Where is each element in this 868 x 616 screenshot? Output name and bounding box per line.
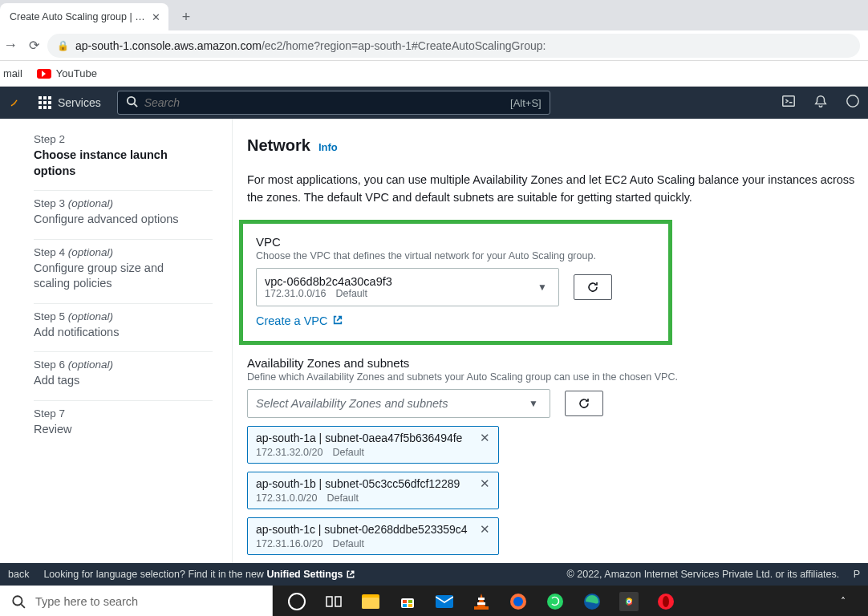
remove-subnet-icon[interactable]: ✕ <box>478 522 492 537</box>
url-host: ap-south-1.console.aws.amazon.com <box>75 39 262 52</box>
browser-tab[interactable]: Create Auto Scaling group | EC2 | ✕ <box>0 3 168 30</box>
aws-search-input[interactable] <box>138 96 510 109</box>
az-select[interactable]: Select Availability Zones and subnets ▼ <box>247 389 550 418</box>
wizard-step[interactable]: Step 7Review <box>34 401 213 449</box>
step-number: Step 7 <box>34 407 197 419</box>
address-bar[interactable]: 🔒 ap-south-1.console.aws.amazon.com/ec2/… <box>47 34 860 58</box>
svg-point-21 <box>547 594 563 610</box>
mail-icon[interactable] <box>435 592 454 611</box>
svg-rect-16 <box>474 606 489 610</box>
edge-icon[interactable] <box>582 592 602 611</box>
close-tab-icon[interactable]: ✕ <box>152 11 160 23</box>
tray-chevron-icon[interactable]: ˄ <box>841 596 846 607</box>
remove-subnet-icon[interactable]: ✕ <box>478 476 492 491</box>
svg-point-3 <box>847 95 858 107</box>
opera-icon[interactable] <box>656 592 675 611</box>
vpc-label: VPC <box>256 235 655 249</box>
info-link[interactable]: Info <box>318 141 338 153</box>
cloudshell-icon[interactable] <box>781 94 796 111</box>
svg-point-27 <box>628 601 631 603</box>
subnet-chip: ap-south-1b | subnet-05c3cc56dfcf12289✕1… <box>247 472 499 509</box>
search-icon <box>11 594 26 609</box>
whatsapp-icon[interactable] <box>546 592 565 611</box>
aws-search[interactable]: [Alt+S] <box>117 91 550 115</box>
task-view-icon[interactable] <box>324 592 343 611</box>
section-lead: For most applications, you can use multi… <box>247 171 868 207</box>
svg-line-1 <box>134 103 137 107</box>
step-title: Add tags <box>34 373 197 389</box>
svg-rect-15 <box>436 595 453 608</box>
svg-rect-6 <box>327 597 332 606</box>
wizard-steps: Step 2Choose instance launch optionsStep… <box>0 119 233 563</box>
aws-logo[interactable]: ⟋ <box>0 87 29 119</box>
new-tab-button[interactable]: + <box>175 6 197 28</box>
bookmark-youtube[interactable]: YouTube <box>37 67 97 79</box>
browser-tabbar: Create Auto Scaling group | EC2 | ✕ + <box>0 0 868 30</box>
subnet-title: ap-south-1b | subnet-05c3cc56dfcf12289 <box>256 477 460 490</box>
svg-rect-13 <box>403 604 407 607</box>
vpc-desc: Choose the VPC that defines the virtual … <box>256 250 655 261</box>
external-link-icon <box>332 314 343 328</box>
svg-rect-17 <box>478 598 485 600</box>
step-number: Step 5 (optional) <box>34 310 197 322</box>
svg-rect-9 <box>362 598 379 609</box>
wizard-step[interactable]: Step 3 (optional)Configure advanced opti… <box>34 191 213 240</box>
step-title: Review <box>34 422 197 438</box>
create-vpc-link[interactable]: Create a VPC <box>256 314 343 328</box>
lock-icon: 🔒 <box>57 40 69 51</box>
wizard-step[interactable]: Step 6 (optional)Add tags <box>34 352 213 401</box>
firefox-icon[interactable] <box>509 592 528 611</box>
svg-point-29 <box>663 596 669 607</box>
az-refresh-button[interactable] <box>565 391 603 416</box>
wizard-step[interactable]: Step 2Choose instance launch options <box>34 127 213 191</box>
subnet-title: ap-south-1c | subnet-0e268ddbe523359c4 <box>256 523 468 536</box>
az-desc: Define which Availability Zones and subn… <box>247 371 868 383</box>
vpc-select[interactable]: vpc-066d8b2c4a30ca9f3 172.31.0.0/16Defau… <box>256 268 559 306</box>
search-icon <box>126 95 138 110</box>
cortana-icon[interactable] <box>287 592 306 611</box>
help-icon[interactable] <box>846 94 860 111</box>
chevron-down-icon: ▼ <box>529 398 538 409</box>
chevron-down-icon: ▼ <box>537 282 547 293</box>
aws-nav: ⟋ Services [Alt+S] <box>0 87 868 119</box>
az-label: Availability Zones and subnets <box>247 356 868 370</box>
url-path: /ec2/home?region=ap-south-1#CreateAutoSc… <box>262 39 546 52</box>
vpc-selected-id: vpc-066d8b2c4a30ca9f3 <box>265 275 392 288</box>
chrome-icon[interactable] <box>619 592 639 611</box>
step-number: Step 6 (optional) <box>34 359 197 371</box>
feedback-link[interactable]: back <box>8 569 29 580</box>
vpc-panel: VPC Choose the VPC that defines the virt… <box>239 220 672 346</box>
taskbar-search-placeholder: Type here to search <box>35 595 138 608</box>
wizard-step[interactable]: Step 5 (optional)Add notifications <box>34 304 213 353</box>
wizard-step[interactable]: Step 4 (optional)Configure group size an… <box>34 240 213 304</box>
browser-toolbar: → ⟳ 🔒 ap-south-1.console.aws.amazon.com/… <box>0 30 868 61</box>
svg-rect-14 <box>408 604 412 607</box>
store-icon[interactable] <box>398 592 417 611</box>
svg-rect-12 <box>408 600 412 603</box>
services-menu[interactable]: Services <box>29 87 111 119</box>
svg-rect-11 <box>403 600 407 603</box>
step-title: Configure advanced options <box>34 212 197 228</box>
bell-icon[interactable] <box>813 94 828 111</box>
step-number: Step 4 (optional) <box>34 246 197 258</box>
browser-tab-title: Create Auto Scaling group | EC2 | <box>10 11 147 22</box>
vlc-icon[interactable] <box>472 592 491 611</box>
svg-line-5 <box>21 604 25 608</box>
svg-rect-7 <box>335 597 341 606</box>
explorer-icon[interactable] <box>361 592 380 611</box>
vpc-refresh-button[interactable] <box>574 274 612 300</box>
remove-subnet-icon[interactable]: ✕ <box>478 431 492 445</box>
step-number: Step 3 (optional) <box>34 197 197 209</box>
services-label: Services <box>58 96 101 109</box>
step-title: Configure group size and scaling policie… <box>34 261 197 292</box>
unified-settings-link[interactable]: Unified Settings <box>266 569 355 580</box>
az-placeholder: Select Availability Zones and subnets <box>256 397 448 410</box>
reload-button[interactable]: ⟳ <box>29 38 39 53</box>
bookmark-gmail[interactable]: mail <box>3 67 22 79</box>
subnet-title: ap-south-1a | subnet-0aea47f5b636494fe <box>256 432 462 444</box>
svg-rect-18 <box>477 602 485 605</box>
copyright: © 2022, Amazon Internet Services Private… <box>567 569 840 580</box>
taskbar-search[interactable]: Type here to search <box>0 586 273 616</box>
main-content: Network Info For most applications, you … <box>233 119 868 563</box>
forward-button[interactable]: → <box>0 37 21 54</box>
